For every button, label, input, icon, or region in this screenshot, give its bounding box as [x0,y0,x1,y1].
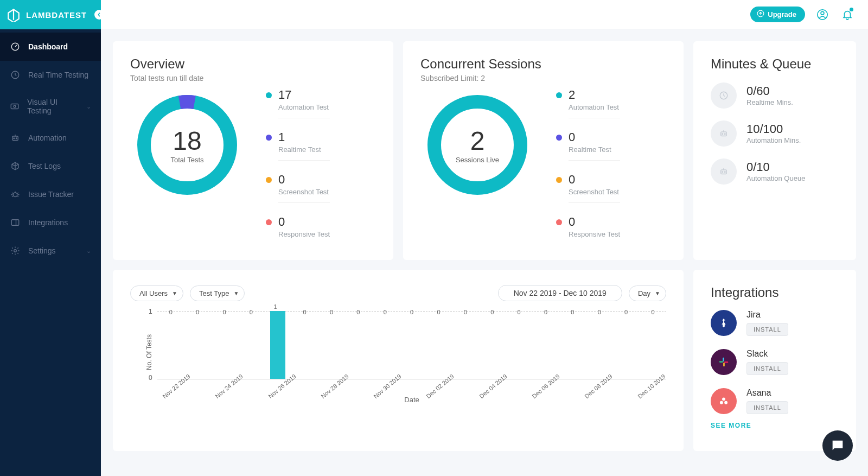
integration-install-button[interactable]: INSTALL [746,362,788,375]
sidebar: LAMBDATEST DashboardReal Time TestingVis… [0,0,101,476]
bar-column: 0 [318,311,344,379]
svg-rect-26 [724,361,728,363]
sidebar-item-dashboard[interactable]: Dashboard [0,33,101,61]
bar-value-label: 0 [222,309,226,315]
date-range-select[interactable]: Nov 22 2019 - Dec 10 2019 [498,285,622,301]
legend-dot-icon [556,135,562,141]
bar-column: 0 [291,311,318,379]
legend-item: 0Responsive Test [556,216,620,245]
bar-column: 0 [238,311,264,379]
legend-dot-icon [266,135,272,141]
users-filter-label: All Users [139,289,168,297]
sidebar-item-real-time-testing[interactable]: Real Time Testing [0,61,101,89]
overview-legend: 17Automation Test1Realtime Test0Screensh… [266,88,330,245]
legend-dot-icon [556,219,562,225]
legend-label: Screenshot Test [569,188,620,203]
sidebar-collapse-button[interactable] [94,10,104,20]
svg-point-27 [722,397,725,401]
chevron-down-icon: ⌄ [86,247,91,255]
bar-value-label: 0 [518,309,521,315]
integration-install-button[interactable]: INSTALL [746,401,788,414]
legend-item: 17Automation Test [266,89,330,118]
minutes-label: Automation Mins. [746,136,801,144]
legend-value: 0 [278,174,285,186]
bar-value-label: 0 [464,309,467,315]
integration-install-button[interactable]: INSTALL [746,323,788,336]
clock-icon [711,82,737,109]
legend-item: 0Screenshot Test [556,174,620,203]
legend-label: Realtime Test [569,145,620,161]
sidebar-item-integrations[interactable]: Integrations [0,208,101,237]
bar-value-label: 0 [250,309,253,315]
minutes-item: 0/10Automation Queue [711,158,839,185]
integration-name: Jira [746,310,788,320]
integration-logo-icon [711,349,737,375]
y-tick: 0 [149,374,152,382]
legend-dot-icon [266,177,272,183]
bar-value-label: 1 [273,303,277,310]
sidebar-item-label: Visual UI Testing [27,98,79,115]
concurrent-title: Concurrent Sessions [420,56,666,72]
legend-dot-icon [556,92,562,98]
integration-name: Slack [746,349,788,359]
test-type-filter-label: Test Type [199,289,229,297]
concurrent-total-label: Sessions Live [456,156,499,164]
svg-rect-23 [723,358,724,361]
y-axis-label: No. Of Tests [145,334,153,370]
bar-value-label: 0 [356,309,360,315]
minutes-value: 0/10 [746,161,805,174]
notification-dot-icon [850,8,853,11]
x-tick [299,378,317,395]
sidebar-item-visual-ui-testing[interactable]: Visual UI Testing⌄ [0,89,101,124]
sidebar-item-settings[interactable]: Settings⌄ [0,237,101,265]
notifications-icon[interactable] [840,7,855,22]
minutes-card: Minutes & Queue 0/60Realtime Mins.10/100… [693,41,856,260]
robot-icon [711,158,737,185]
profile-icon[interactable] [815,7,830,22]
bar-column: 0 [612,311,639,379]
bar-value-label: 0 [384,309,387,315]
bar-column: 0 [506,311,532,379]
test-type-filter-select[interactable]: Test Type ▼ [190,285,245,301]
y-tick: 1 [149,308,152,315]
chevron-down-icon: ⌄ [86,103,91,110]
tests-bar-chart: No. Of Tests 1 0 0000100000000000000 Nov… [130,311,666,436]
integration-item: AsanaINSTALL [711,388,839,414]
chat-fab[interactable] [822,430,853,461]
bar-column: 0 [157,311,184,379]
upgrade-label: Upgrade [768,10,796,18]
bar-column: 0 [398,311,425,379]
legend-label: Realtime Test [278,145,330,161]
users-filter-select[interactable]: All Users ▼ [130,285,183,301]
granularity-select[interactable]: Day ▼ [629,285,666,301]
sidebar-item-automation[interactable]: Automation [0,124,101,152]
bar-value-label: 0 [303,309,307,315]
brand-name: LAMBDATEST [26,10,87,20]
overview-card: Overview Total tests run till date 18 To… [113,41,393,260]
concurrent-donut: 2 Sessions Live [420,88,534,202]
x-tick [616,378,634,395]
sidebar-item-label: Settings [28,246,56,255]
bar-column: 0 [425,311,452,379]
legend-item: 0Responsive Test [266,216,330,245]
svg-point-18 [722,134,723,135]
sidebar-item-label: Real Time Testing [28,71,88,79]
bar-column: 0 [532,311,559,379]
svg-point-28 [720,401,723,404]
bar-column: 0 [559,311,586,379]
legend-label: Responsive Test [569,230,620,245]
legend-item: 0Screenshot Test [266,174,330,203]
x-tick [405,378,423,395]
overview-title: Overview [130,56,376,72]
cube-icon [10,161,21,172]
integrations-see-more-link[interactable]: SEE MORE [711,422,839,429]
legend-item: 1Realtime Test [266,131,330,161]
legend-dot-icon [266,219,272,225]
upgrade-button[interactable]: Upgrade [750,7,805,22]
sidebar-item-issue-tracker[interactable]: Issue Tracker [0,180,101,208]
minutes-value: 10/100 [746,123,801,136]
sidebar-item-test-logs[interactable]: Test Logs [0,152,101,180]
bar-column: 0 [345,311,372,379]
legend-value: 1 [278,131,285,143]
legend-dot-icon [266,92,272,98]
